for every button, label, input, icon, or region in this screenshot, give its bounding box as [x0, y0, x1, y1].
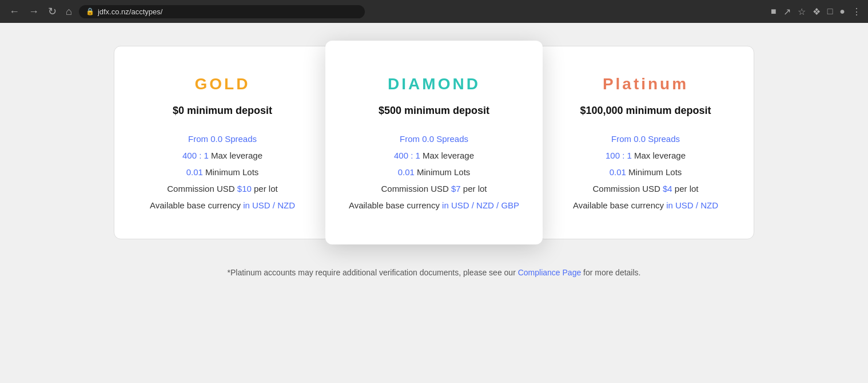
compliance-page-link[interactable]: Compliance Page: [518, 268, 582, 277]
disclaimer-text-before: *Platinum accounts may require additiona…: [228, 268, 518, 277]
window-icon[interactable]: □: [827, 6, 833, 17]
cast-icon[interactable]: ■: [771, 6, 777, 17]
platinum-spreads: From 0.0 Spreads: [560, 134, 731, 144]
gold-min-deposit: $0 minimum deposit: [137, 105, 308, 117]
profile-icon[interactable]: ●: [839, 6, 845, 17]
gold-features: From 0.0 Spreads 400 : 1 Max leverage 0.…: [137, 134, 308, 210]
platinum-leverage: 100 : 1 Max leverage: [560, 151, 731, 160]
diamond-spreads-text: From 0.0 Spreads: [400, 134, 468, 144]
back-button[interactable]: ←: [7, 3, 22, 20]
platinum-features: From 0.0 Spreads 100 : 1 Max leverage 0.…: [560, 134, 731, 210]
page-content: GOLD $0 minimum deposit From 0.0 Spreads…: [0, 23, 868, 383]
refresh-button[interactable]: ↻: [46, 3, 59, 20]
platinum-currency: Available base currency in USD / NZD: [560, 200, 731, 210]
gold-leverage: 400 : 1 Max leverage: [137, 151, 308, 160]
share-icon[interactable]: ↗: [783, 6, 791, 17]
extensions-icon[interactable]: ❖: [813, 6, 821, 17]
diamond-leverage: 400 : 1 Max leverage: [348, 151, 520, 160]
diamond-title: DIAMOND: [348, 75, 520, 93]
home-button[interactable]: ⌂: [63, 3, 74, 20]
platinum-commission: Commission USD $4 per lot: [560, 184, 731, 194]
browser-chrome: ← → ↻ ⌂ 🔒 jdfx.co.nz/acctypes/ ■ ↗ ☆ ❖ □…: [0, 0, 868, 23]
disclaimer: *Platinum accounts may require additiona…: [228, 268, 641, 277]
browser-actions: ■ ↗ ☆ ❖ □ ● ⋮: [771, 6, 861, 17]
diamond-currency: Available base currency in USD / NZD / G…: [348, 200, 520, 210]
gold-title: GOLD: [137, 75, 308, 93]
gold-lots: 0.01 Minimum Lots: [137, 167, 308, 177]
diamond-features: From 0.0 Spreads 400 : 1 Max leverage 0.…: [348, 134, 520, 210]
gold-spreads: From 0.0 Spreads: [137, 134, 308, 144]
diamond-spreads: From 0.0 Spreads: [348, 134, 520, 144]
gold-currency: Available base currency in USD / NZD: [137, 200, 308, 210]
lock-icon: 🔒: [86, 7, 94, 15]
diamond-min-deposit: $500 minimum deposit: [348, 105, 520, 117]
diamond-lots: 0.01 Minimum Lots: [348, 167, 520, 177]
url-text: jdfx.co.nz/acctypes/: [98, 7, 162, 16]
platinum-min-deposit: $100,000 minimum deposit: [560, 105, 731, 117]
disclaimer-text-after: for more details.: [581, 268, 640, 277]
menu-icon[interactable]: ⋮: [852, 6, 861, 17]
gold-card: GOLD $0 minimum deposit From 0.0 Spreads…: [114, 46, 331, 239]
bookmark-icon[interactable]: ☆: [798, 6, 806, 17]
gold-commission: Commission USD $10 per lot: [137, 184, 308, 194]
diamond-commission: Commission USD $7 per lot: [348, 184, 520, 194]
diamond-card: DIAMOND $500 minimum deposit From 0.0 Sp…: [325, 41, 543, 244]
platinum-card: Platinum $100,000 minimum deposit From 0…: [537, 46, 754, 239]
platinum-title: Platinum: [560, 75, 731, 93]
address-bar[interactable]: 🔒 jdfx.co.nz/acctypes/: [79, 5, 365, 18]
gold-spreads-text: From 0.0 Spreads: [188, 134, 257, 144]
forward-button[interactable]: →: [26, 3, 41, 20]
cards-container: GOLD $0 minimum deposit From 0.0 Spreads…: [91, 46, 777, 239]
platinum-lots: 0.01 Minimum Lots: [560, 167, 731, 177]
platinum-spreads-text: From 0.0 Spreads: [611, 134, 680, 144]
